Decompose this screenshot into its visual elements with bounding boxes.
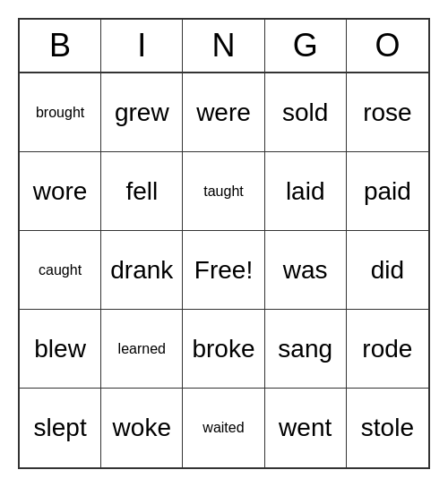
bingo-cell-1-0: wore [20,152,101,231]
bingo-header: BINGO [20,20,428,73]
bingo-cell-2-4: did [347,231,428,310]
bingo-cell-0-2: were [183,73,264,152]
cell-text-3-4: rode [362,335,412,363]
cell-text-0-4: rose [363,98,411,127]
cell-text-3-1: learned [118,341,166,357]
header-letter-b: B [20,20,101,72]
cell-text-0-3: sold [282,98,328,127]
bingo-cell-2-1: drank [101,231,183,310]
cell-text-2-0: caught [39,262,82,278]
cell-text-1-2: taught [203,184,243,200]
bingo-cell-1-3: laid [265,152,347,231]
bingo-cell-1-4: paid [347,152,428,231]
bingo-cell-0-0: brought [20,73,101,152]
bingo-cell-2-0: caught [20,231,101,310]
cell-text-1-0: wore [33,177,88,206]
cell-text-4-3: went [279,414,332,442]
bingo-cell-0-3: sold [265,73,347,152]
cell-text-2-1: drank [110,256,173,285]
cell-text-3-0: blew [34,335,86,363]
bingo-cell-0-1: grew [101,73,183,152]
bingo-cell-4-2: waited [183,389,264,467]
cell-text-0-1: grew [115,98,169,127]
header-letter-n: N [183,20,264,72]
bingo-cell-4-1: woke [101,389,183,467]
cell-text-0-2: were [196,98,251,127]
cell-text-1-3: laid [286,177,325,206]
bingo-cell-2-2: Free! [183,231,264,310]
cell-text-3-2: broke [192,335,254,363]
bingo-cell-3-2: broke [183,310,264,389]
bingo-cell-3-4: rode [347,310,428,389]
header-letter-g: G [265,20,347,72]
cell-text-4-0: slept [34,414,87,442]
bingo-cell-4-4: stole [347,389,428,467]
bingo-cell-3-3: sang [265,310,347,389]
bingo-cell-1-2: taught [183,152,264,231]
cell-text-4-4: stole [361,414,414,442]
header-letter-o: O [347,20,428,72]
bingo-grid: broughtgrewweresoldroseworefelltaughtlai… [20,73,428,467]
bingo-card: BINGO broughtgrewweresoldroseworefelltau… [18,18,430,469]
bingo-cell-4-0: slept [20,389,101,467]
cell-text-1-1: fell [125,177,158,206]
cell-text-2-4: did [371,256,404,285]
cell-text-2-3: was [283,256,328,285]
bingo-cell-3-1: learned [101,310,183,389]
cell-text-2-2: Free! [194,256,253,285]
cell-text-0-0: brought [36,105,84,121]
bingo-cell-4-3: went [265,389,347,467]
cell-text-3-3: sang [278,335,332,363]
cell-text-1-4: paid [364,177,411,206]
bingo-cell-3-0: blew [20,310,101,389]
bingo-cell-0-4: rose [347,73,428,152]
bingo-cell-1-1: fell [101,152,183,231]
bingo-cell-2-3: was [265,231,347,310]
cell-text-4-2: waited [202,420,244,436]
cell-text-4-1: woke [113,414,171,442]
header-letter-i: I [101,20,183,72]
